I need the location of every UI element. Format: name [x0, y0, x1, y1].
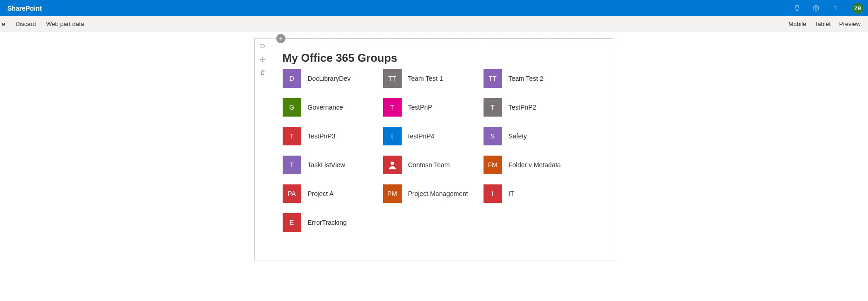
group-item[interactable]: TTestPnP	[383, 98, 484, 117]
group-label: Folder v Metadata	[509, 161, 561, 169]
notifications-icon[interactable]	[793, 4, 801, 12]
group-avatar: T	[283, 127, 301, 145]
group-label: TestPnP3	[308, 132, 336, 140]
user-avatar[interactable]: ZR	[852, 3, 863, 14]
section-divider	[283, 39, 609, 39]
cmd-web-part-data[interactable]: Web part data	[46, 20, 84, 27]
group-avatar: D	[283, 69, 301, 88]
group-label: Team Test 2	[509, 75, 543, 82]
group-label: TestPnP2	[509, 104, 537, 111]
group-label: Governance	[308, 104, 343, 111]
cmd-discard[interactable]: Discard	[15, 20, 36, 27]
group-item[interactable]: PMProject Management	[383, 184, 484, 203]
cmd-mobile[interactable]: Mobile	[788, 20, 806, 27]
group-item[interactable]: FMFolder v Metadata	[484, 156, 584, 174]
group-label: Contoso Team	[408, 161, 450, 169]
group-avatar: S	[484, 127, 502, 145]
group-label: Safety	[509, 132, 527, 140]
group-item[interactable]: PAProject A	[283, 184, 383, 203]
cmd-truncated[interactable]: e	[2, 20, 5, 27]
group-avatar: t	[383, 127, 402, 145]
move-webpart-icon[interactable]	[258, 55, 267, 64]
page-canvas: My Office 365 Groups DDocLibraryDevTTTea…	[254, 38, 614, 261]
group-item[interactable]: DDocLibraryDev	[283, 69, 383, 88]
group-avatar: E	[283, 213, 301, 232]
group-item[interactable]: GGovernance	[283, 98, 383, 117]
group-label: Team Test 1	[408, 75, 443, 82]
add-section-button[interactable]	[276, 34, 285, 43]
group-label: Project A	[308, 190, 334, 197]
suite-bar: SharePoint ZR	[0, 0, 868, 16]
command-bar-left: e Discard Web part data	[0, 20, 84, 27]
page-canvas-wrap: My Office 365 Groups DDocLibraryDevTTTea…	[0, 32, 868, 261]
group-item[interactable]: TTTeam Test 2	[484, 69, 584, 88]
group-avatar: PM	[383, 184, 402, 203]
suite-right: ZR	[793, 3, 863, 14]
command-bar: e Discard Web part data Mobile Tablet Pr…	[0, 16, 868, 32]
group-item[interactable]: TTestPnP3	[283, 127, 383, 145]
group-item[interactable]: TTTeam Test 1	[383, 69, 484, 88]
group-label: DocLibraryDev	[308, 75, 351, 82]
groups-grid: DDocLibraryDevTTTeam Test 1TTTeam Test 2…	[283, 69, 604, 242]
group-avatar: T	[383, 98, 402, 117]
group-avatar-image	[383, 156, 402, 174]
group-item[interactable]: TTaskListView	[283, 156, 383, 174]
group-item[interactable]: Contoso Team	[383, 156, 484, 174]
group-item[interactable]: EErrorTracking	[283, 213, 383, 232]
group-avatar: G	[283, 98, 301, 117]
group-avatar: I	[484, 184, 502, 203]
app-name[interactable]: SharePoint	[7, 5, 42, 12]
svg-point-3	[391, 162, 394, 165]
group-avatar: FM	[484, 156, 502, 174]
group-avatar: TT	[484, 69, 502, 88]
group-avatar: TT	[383, 69, 402, 88]
group-label: Project Management	[408, 190, 468, 197]
group-label: TestPnP	[408, 104, 432, 111]
settings-icon[interactable]	[812, 4, 820, 12]
svg-rect-2	[260, 45, 264, 47]
svg-point-1	[835, 10, 835, 10]
group-label: TaskListView	[308, 161, 345, 169]
group-item[interactable]: IIT	[484, 184, 584, 203]
webpart-title: My Office 365 Groups	[283, 52, 604, 65]
svg-point-0	[815, 7, 817, 9]
group-avatar: T	[283, 156, 301, 174]
group-item[interactable]: TTestPnP2	[484, 98, 584, 117]
group-avatar: T	[484, 98, 502, 117]
edit-webpart-icon[interactable]	[258, 42, 267, 51]
group-label: ErrorTracking	[308, 219, 347, 226]
delete-webpart-icon[interactable]	[258, 68, 267, 77]
cmd-preview[interactable]: Preview	[839, 20, 861, 27]
command-bar-right: Mobile Tablet Preview	[788, 20, 861, 27]
webpart-tools	[258, 42, 267, 77]
group-label: testPnP4	[408, 132, 435, 140]
group-avatar: PA	[283, 184, 301, 203]
help-icon[interactable]	[831, 4, 839, 12]
group-label: IT	[509, 190, 514, 197]
group-item[interactable]: SSafety	[484, 127, 584, 145]
group-item[interactable]: ttestPnP4	[383, 127, 484, 145]
cmd-tablet[interactable]: Tablet	[815, 20, 831, 27]
